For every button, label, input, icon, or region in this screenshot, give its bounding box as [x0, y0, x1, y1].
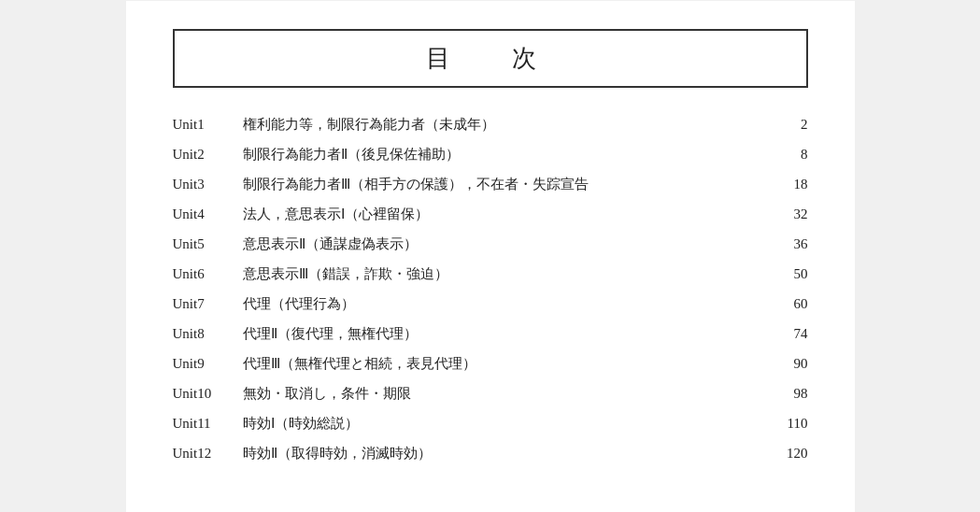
toc-row: Unit11時効Ⅰ（時効総説）110 [173, 415, 808, 441]
unit-label: Unit2 [173, 147, 243, 163]
unit-page: 90 [771, 356, 808, 372]
unit-title: 意思表示Ⅱ（通謀虚偽表示） [243, 235, 771, 253]
title-box: 目 次 [173, 29, 808, 88]
toc-row: Unit6意思表示Ⅲ（錯誤，詐欺・強迫）50 [173, 265, 808, 292]
unit-title: 代理Ⅱ（復代理，無権代理） [243, 325, 771, 343]
unit-label: Unit7 [173, 296, 243, 312]
toc-list: Unit1権利能力等，制限行為能力者（未成年）2Unit2制限行為能力者Ⅱ（後見… [173, 116, 808, 471]
unit-page: 98 [771, 386, 808, 402]
toc-row: Unit5意思表示Ⅱ（通謀虚偽表示）36 [173, 235, 808, 262]
unit-label: Unit6 [173, 266, 243, 282]
unit-page: 8 [771, 147, 808, 163]
toc-row: Unit10無効・取消し，条件・期限98 [173, 385, 808, 411]
toc-row: Unit12時効Ⅱ（取得時効，消滅時効）120 [173, 445, 808, 471]
toc-row: Unit3制限行為能力者Ⅲ（相手方の保護），不在者・失踪宣告18 [173, 176, 808, 202]
unit-title: 無効・取消し，条件・期限 [243, 385, 771, 403]
unit-page: 50 [771, 266, 808, 282]
page-title: 目 次 [426, 45, 555, 72]
unit-label: Unit4 [173, 206, 243, 222]
toc-row: Unit1権利能力等，制限行為能力者（未成年）2 [173, 116, 808, 142]
unit-title: 時効Ⅰ（時効総説） [243, 415, 771, 433]
unit-label: Unit1 [173, 117, 243, 133]
unit-title: 意思表示Ⅲ（錯誤，詐欺・強迫） [243, 265, 771, 283]
unit-label: Unit5 [173, 236, 243, 252]
unit-label: Unit8 [173, 326, 243, 342]
toc-row: Unit8代理Ⅱ（復代理，無権代理）74 [173, 325, 808, 351]
unit-label: Unit3 [173, 177, 243, 192]
unit-title: 法人，意思表示Ⅰ（心裡留保） [243, 206, 771, 223]
unit-page: 32 [771, 206, 808, 222]
unit-title: 代理（代理行為） [243, 295, 771, 313]
unit-page: 36 [771, 236, 808, 252]
unit-label: Unit12 [173, 446, 243, 462]
unit-label: Unit9 [173, 356, 243, 372]
unit-page: 60 [771, 296, 808, 312]
unit-page: 2 [771, 117, 808, 133]
unit-page: 120 [771, 446, 808, 462]
page-container: 目 次 Unit1権利能力等，制限行為能力者（未成年）2Unit2制限行為能力者… [126, 1, 855, 512]
unit-page: 74 [771, 326, 808, 342]
unit-title: 権利能力等，制限行為能力者（未成年） [243, 116, 771, 134]
toc-row: Unit4法人，意思表示Ⅰ（心裡留保）32 [173, 206, 808, 232]
toc-row: Unit9代理Ⅲ（無権代理と相続，表見代理）90 [173, 355, 808, 381]
unit-page: 110 [771, 416, 808, 432]
unit-title: 代理Ⅲ（無権代理と相続，表見代理） [243, 355, 771, 373]
toc-row: Unit2制限行為能力者Ⅱ（後見保佐補助）8 [173, 146, 808, 172]
unit-label: Unit11 [173, 416, 243, 432]
unit-page: 18 [771, 177, 808, 192]
unit-label: Unit10 [173, 386, 243, 402]
toc-row: Unit7代理（代理行為）60 [173, 295, 808, 321]
unit-title: 制限行為能力者Ⅲ（相手方の保護），不在者・失踪宣告 [243, 176, 771, 193]
unit-title: 制限行為能力者Ⅱ（後見保佐補助） [243, 146, 771, 164]
unit-title: 時効Ⅱ（取得時効，消滅時効） [243, 445, 771, 462]
